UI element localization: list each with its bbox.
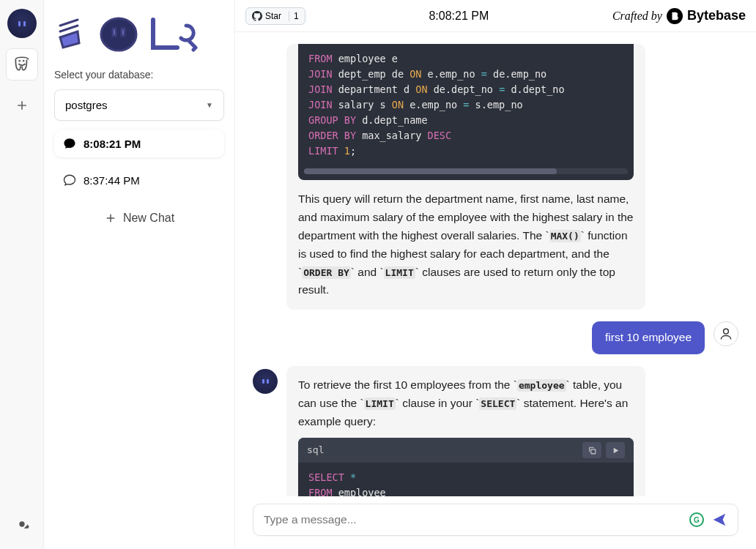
- db-select-label: Select your database:: [54, 69, 224, 81]
- new-chat-button[interactable]: New Chat: [54, 203, 224, 234]
- sql-logo: [54, 9, 224, 60]
- chat-item[interactable]: 8:37:44 PM: [54, 166, 224, 194]
- message-input[interactable]: [264, 513, 682, 526]
- code-block: sql SELECT * FROM employee: [298, 438, 634, 496]
- user-text: first 10 employee: [605, 331, 692, 343]
- db-select[interactable]: postgres ▼: [54, 89, 224, 121]
- svg-rect-1: [113, 29, 116, 36]
- user-bubble: first 10 employee: [592, 321, 705, 354]
- message-assistant: FROM employee e JOIN dept_emp de ON e.em…: [253, 44, 738, 310]
- chat-item-label: 8:37:44 PM: [84, 174, 140, 187]
- code-body[interactable]: SELECT * FROM employee: [298, 463, 634, 496]
- assistant-text: To retrieve the first 10 employees from …: [298, 376, 634, 430]
- svg-point-0: [101, 18, 136, 51]
- chevron-down-icon: ▼: [206, 101, 213, 109]
- rail-db-postgres[interactable]: [6, 48, 38, 81]
- svg-rect-2: [122, 29, 125, 36]
- svg-point-3: [724, 329, 729, 335]
- code-body[interactable]: FROM employee e JOIN dept_emp de ON e.em…: [298, 44, 634, 168]
- crafted-by[interactable]: Crafted by Bytebase: [612, 8, 746, 24]
- bot-avatar: [253, 369, 278, 394]
- assistant-bubble: To retrieve the first 10 employees from …: [286, 366, 645, 496]
- message-assistant: To retrieve the first 10 employees from …: [253, 366, 738, 496]
- page-title: 8:08:21 PM: [429, 10, 489, 23]
- github-star-count: 1: [289, 11, 299, 21]
- input-area: G: [235, 496, 756, 549]
- message-input-wrap[interactable]: G: [253, 504, 738, 536]
- chat-item-label: 8:08:21 PM: [84, 138, 141, 150]
- plus-icon: [104, 212, 117, 225]
- rail-settings-button[interactable]: [6, 508, 38, 540]
- chat-outline-icon: [63, 173, 76, 187]
- crafted-prefix: Crafted by: [612, 10, 662, 23]
- play-icon: [612, 447, 620, 455]
- github-icon: [252, 11, 262, 21]
- user-avatar: [714, 321, 738, 346]
- new-chat-label: New Chat: [123, 212, 174, 225]
- message-user: first 10 employee: [253, 321, 738, 354]
- postgres-icon: [12, 55, 32, 74]
- github-star-label: Star: [265, 11, 281, 21]
- bytebase-icon: [667, 8, 683, 24]
- plus-icon: [15, 98, 29, 113]
- chat-scroll[interactable]: FROM employee e JOIN dept_emp de ON e.em…: [235, 32, 756, 496]
- topbar: Star 1 8:08:21 PM Crafted by Bytebase: [235, 0, 756, 32]
- chat-filled-icon: [63, 137, 76, 150]
- chat-item-active[interactable]: 8:08:21 PM: [54, 130, 224, 157]
- run-code-button[interactable]: [606, 442, 625, 458]
- brand-name: Bytebase: [687, 8, 746, 23]
- svg-rect-4: [590, 449, 595, 454]
- db-select-value: postgres: [65, 99, 108, 111]
- github-star-button[interactable]: Star 1: [245, 7, 305, 25]
- grammarly-icon[interactable]: G: [689, 512, 704, 527]
- assistant-bubble: FROM employee e JOIN dept_emp de ON e.em…: [286, 44, 645, 310]
- assistant-text: This query will return the department na…: [298, 190, 634, 299]
- code-lang: sql: [307, 443, 324, 458]
- main-panel: Star 1 8:08:21 PM Crafted by Bytebase FR…: [234, 0, 756, 549]
- user-icon: [719, 326, 733, 341]
- sidebar: Select your database: postgres ▼ 8:08:21…: [44, 0, 234, 549]
- send-icon: [711, 512, 727, 528]
- rail-add-button[interactable]: [6, 89, 38, 122]
- copy-icon: [588, 446, 597, 455]
- nav-rail: [0, 0, 44, 549]
- code-block: FROM employee e JOIN dept_emp de ON e.em…: [298, 44, 634, 180]
- code-scrollbar[interactable]: [304, 168, 628, 174]
- send-button[interactable]: [711, 512, 727, 528]
- rail-bot-avatar[interactable]: [6, 7, 38, 40]
- copy-code-button[interactable]: [582, 442, 601, 458]
- gear-icon: [14, 516, 30, 532]
